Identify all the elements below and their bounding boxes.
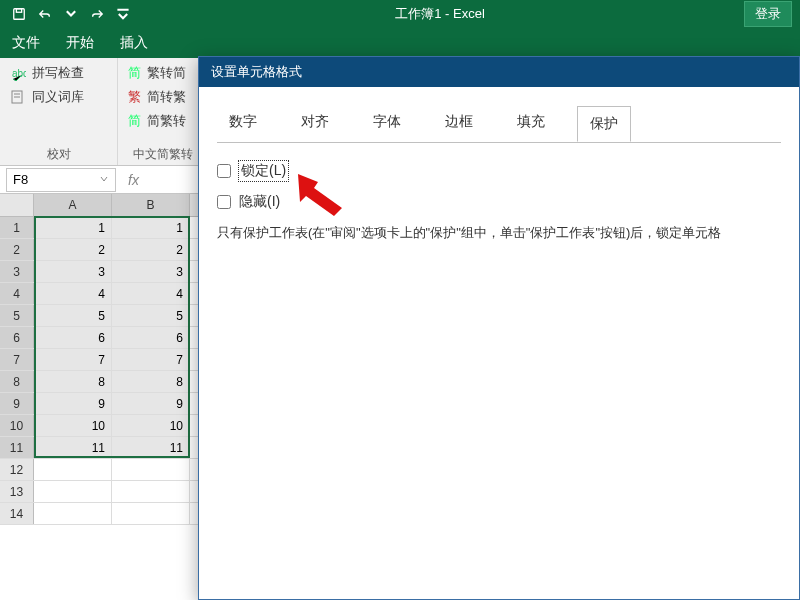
cell[interactable]: 11 bbox=[112, 437, 190, 458]
thesaurus-button[interactable]: 同义词库 bbox=[10, 88, 107, 106]
trad-to-simp-button[interactable]: 简 繁转简 bbox=[128, 64, 197, 82]
save-button[interactable] bbox=[6, 1, 32, 27]
tab-alignment[interactable]: 对齐 bbox=[289, 105, 341, 141]
tab-number[interactable]: 数字 bbox=[217, 105, 269, 141]
save-icon bbox=[12, 7, 26, 21]
row-header[interactable]: 2 bbox=[0, 239, 34, 260]
tab-border[interactable]: 边框 bbox=[433, 105, 485, 141]
column-header-b[interactable]: B bbox=[112, 194, 190, 216]
cell[interactable]: 10 bbox=[112, 415, 190, 436]
cell[interactable]: 9 bbox=[112, 393, 190, 414]
tab-font[interactable]: 字体 bbox=[361, 105, 413, 141]
tab-home[interactable]: 开始 bbox=[62, 28, 98, 58]
name-box-value: F8 bbox=[13, 172, 28, 187]
cell[interactable] bbox=[112, 459, 190, 480]
row-header[interactable]: 4 bbox=[0, 283, 34, 304]
row-header[interactable]: 5 bbox=[0, 305, 34, 326]
cell[interactable]: 7 bbox=[112, 349, 190, 370]
format-cells-dialog: 设置单元格格式 数字 对齐 字体 边框 填充 保护 锁定(L) 隐藏(I) 只有… bbox=[198, 56, 800, 600]
undo-button[interactable] bbox=[32, 1, 58, 27]
svg-rect-0 bbox=[14, 9, 25, 20]
cell[interactable] bbox=[34, 459, 112, 480]
hidden-label: 隐藏(I) bbox=[239, 193, 280, 211]
hidden-checkbox-row[interactable]: 隐藏(I) bbox=[217, 193, 781, 211]
convert-icon: 简 bbox=[128, 112, 141, 130]
cell[interactable]: 10 bbox=[34, 415, 112, 436]
locked-label: 锁定(L) bbox=[239, 161, 288, 181]
ribbon-tabs: 文件 开始 插入 bbox=[0, 28, 800, 58]
row-header[interactable]: 1 bbox=[0, 217, 34, 238]
thesaurus-label: 同义词库 bbox=[32, 88, 84, 106]
cell[interactable]: 3 bbox=[34, 261, 112, 282]
fx-label[interactable]: fx bbox=[122, 172, 145, 188]
cell[interactable] bbox=[34, 503, 112, 524]
cell[interactable]: 2 bbox=[112, 239, 190, 260]
simp-icon: 简 bbox=[128, 64, 141, 82]
convert-button[interactable]: 简 简繁转 bbox=[128, 112, 197, 130]
trad-to-simp-label: 繁转简 bbox=[147, 64, 186, 82]
row-header[interactable]: 8 bbox=[0, 371, 34, 392]
cell[interactable]: 4 bbox=[34, 283, 112, 304]
undo-dropdown[interactable] bbox=[58, 1, 84, 27]
cell[interactable]: 2 bbox=[34, 239, 112, 260]
tab-fill[interactable]: 填充 bbox=[505, 105, 557, 141]
login-button[interactable]: 登录 bbox=[744, 1, 792, 27]
chevron-down-icon bbox=[116, 7, 130, 21]
name-box[interactable]: F8 bbox=[6, 168, 116, 192]
cell[interactable]: 1 bbox=[34, 217, 112, 238]
simp-to-trad-button[interactable]: 繁 简转繁 bbox=[128, 88, 197, 106]
dialog-titlebar[interactable]: 设置单元格格式 bbox=[199, 57, 799, 87]
cell[interactable]: 3 bbox=[112, 261, 190, 282]
cell[interactable] bbox=[112, 503, 190, 524]
chevron-down-icon bbox=[64, 7, 78, 21]
row-header[interactable]: 7 bbox=[0, 349, 34, 370]
row-header[interactable]: 10 bbox=[0, 415, 34, 436]
row-header[interactable]: 14 bbox=[0, 503, 34, 524]
row-header[interactable]: 13 bbox=[0, 481, 34, 502]
cell[interactable]: 5 bbox=[34, 305, 112, 326]
protection-hint: 只有保护工作表(在"审阅"选项卡上的"保护"组中，单击"保护工作表"按钮)后，锁… bbox=[217, 223, 781, 243]
cell[interactable] bbox=[112, 481, 190, 502]
cell[interactable]: 7 bbox=[34, 349, 112, 370]
group-title-language: 中文简繁转 bbox=[128, 144, 197, 163]
spellcheck-icon: abc bbox=[10, 65, 26, 81]
ribbon-group-language: 简 繁转简 繁 简转繁 简 简繁转 中文简繁转 bbox=[118, 58, 208, 165]
group-title-proofing: 校对 bbox=[10, 144, 107, 163]
convert-label: 简繁转 bbox=[147, 112, 186, 130]
cell[interactable]: 11 bbox=[34, 437, 112, 458]
cell[interactable]: 5 bbox=[112, 305, 190, 326]
spellcheck-label: 拼写检查 bbox=[32, 64, 84, 82]
row-header[interactable]: 3 bbox=[0, 261, 34, 282]
dialog-body: 锁定(L) 隐藏(I) 只有保护工作表(在"审阅"选项卡上的"保护"组中，单击"… bbox=[199, 143, 799, 261]
row-header[interactable]: 6 bbox=[0, 327, 34, 348]
dialog-title: 设置单元格格式 bbox=[211, 63, 302, 81]
cell[interactable]: 9 bbox=[34, 393, 112, 414]
dialog-tabs: 数字 对齐 字体 边框 填充 保护 bbox=[199, 87, 799, 142]
cell[interactable]: 6 bbox=[112, 327, 190, 348]
tab-insert[interactable]: 插入 bbox=[116, 28, 152, 58]
redo-button[interactable] bbox=[84, 1, 110, 27]
cell[interactable]: 8 bbox=[34, 371, 112, 392]
cell[interactable]: 4 bbox=[112, 283, 190, 304]
locked-checkbox-row[interactable]: 锁定(L) bbox=[217, 161, 781, 181]
thesaurus-icon bbox=[10, 89, 26, 105]
redo-icon bbox=[90, 7, 104, 21]
hidden-checkbox[interactable] bbox=[217, 195, 231, 209]
spellcheck-button[interactable]: abc 拼写检查 bbox=[10, 64, 107, 82]
row-header[interactable]: 12 bbox=[0, 459, 34, 480]
cell[interactable]: 6 bbox=[34, 327, 112, 348]
cell[interactable]: 8 bbox=[112, 371, 190, 392]
window-title: 工作簿1 - Excel bbox=[136, 5, 744, 23]
tab-file[interactable]: 文件 bbox=[8, 28, 44, 58]
row-header[interactable]: 9 bbox=[0, 393, 34, 414]
column-header-a[interactable]: A bbox=[34, 194, 112, 216]
row-header[interactable]: 11 bbox=[0, 437, 34, 458]
chevron-down-icon bbox=[99, 174, 109, 184]
cell[interactable] bbox=[34, 481, 112, 502]
qat-customize[interactable] bbox=[110, 1, 136, 27]
select-all-corner[interactable] bbox=[0, 194, 34, 216]
locked-checkbox[interactable] bbox=[217, 164, 231, 178]
tab-protection[interactable]: 保护 bbox=[577, 106, 631, 142]
cell[interactable]: 1 bbox=[112, 217, 190, 238]
name-box-dropdown[interactable] bbox=[99, 172, 109, 187]
